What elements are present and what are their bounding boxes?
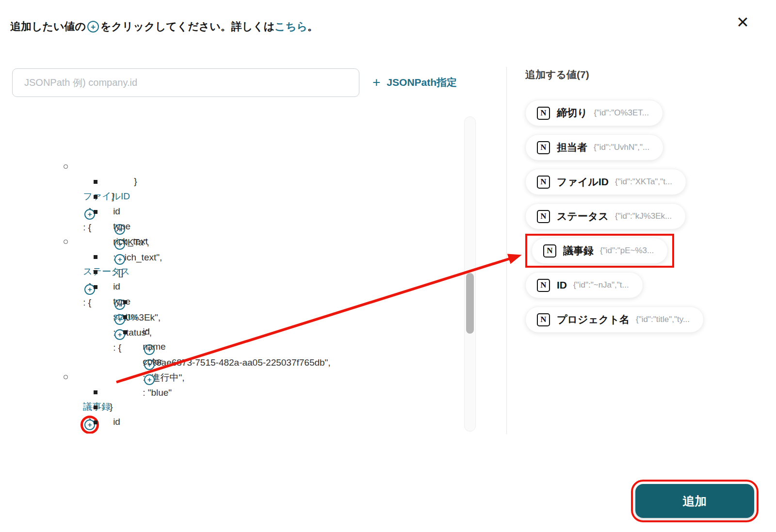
bullet-icon [94, 180, 97, 184]
json-tree-row: id + : "26ae6873-7515-482a-aa05-225037f7… [0, 294, 458, 309]
jsonpath-specify-label: JSONPath指定 [387, 76, 457, 89]
bullet-icon [64, 240, 68, 244]
help-link[interactable]: こちら [275, 19, 307, 34]
chip-label: 締切り [557, 106, 588, 120]
json-tree-row: } [0, 429, 458, 434]
instruction-middle: をクリックしてください。詳しくは [100, 19, 275, 34]
chip-snippet: {"id":"UvhN","... [594, 143, 649, 152]
close-icon[interactable]: ✕ [736, 15, 749, 30]
chip-snippet: {"id":"O%3ET... [594, 108, 649, 118]
instruction-prefix: 追加したい値の [10, 19, 86, 34]
add-button[interactable]: 追加 [635, 484, 754, 518]
notion-icon: N [537, 313, 550, 326]
json-tree-row: rich_text + : [] [0, 414, 458, 429]
chip-label: ファイルID [557, 175, 609, 189]
json-tree-row: 議事録 + { [0, 369, 458, 384]
add-plus-icon: + [87, 21, 99, 32]
chip-list: N 締切り {"id":"O%3ET... N 担当者 {"id":"UvhN"… [525, 100, 704, 333]
json-tree-row: id + : "XKTa", [0, 174, 458, 189]
bullet-icon [94, 390, 97, 394]
notion-icon: N [537, 176, 550, 189]
json-tree: } ] }, ファイルID + : { id + : "XKTa", type … [0, 113, 458, 434]
chip-snippet: {"id":"~nJa","t... [573, 280, 629, 290]
json-tree-row: }, [0, 144, 458, 159]
bullet-icon [94, 285, 97, 289]
json-tree-row: name + : "進行中", [0, 309, 458, 324]
chip-label: プロジェクト名 [557, 313, 630, 326]
chip-snippet: {"id":"pE~%3... [600, 246, 654, 256]
json-tree-row: color + : "blue" [0, 324, 458, 339]
bullet-icon [94, 210, 97, 214]
json-tree-row: }, [0, 354, 458, 369]
json-tree-row: ステータス + : { [0, 234, 458, 249]
panel-divider [506, 67, 507, 434]
chip-highlight-box: N 担当者 {"id":"UvhN","... [525, 134, 663, 161]
chip-highlight-box: N 議事録 {"id":"pE~%3... [525, 234, 674, 268]
selected-value-chip[interactable]: N プロジェクト名 {"id":"title","ty... [525, 306, 704, 333]
instruction-suffix: 。 [307, 19, 318, 34]
bullet-icon [64, 375, 68, 379]
bullet-icon [94, 255, 97, 259]
json-tree-row: type + : "rich_text", [0, 399, 458, 414]
json-tree-row: } [0, 113, 458, 129]
chip-label: 担当者 [557, 141, 587, 154]
selected-value-chip[interactable]: N ステータス {"id":"kJ%3Ek... [525, 203, 686, 229]
panel-title: 追加する値(7) [525, 68, 589, 81]
selected-values-panel: 追加する値(7) N 締切り {"id":"O%3ET... N 担当者 {"i… [525, 68, 704, 333]
notion-icon: N [537, 141, 550, 154]
chip-snippet: {"id":"kJ%3Ek... [615, 211, 672, 221]
chip-highlight-box: N ステータス {"id":"kJ%3Ek... [525, 203, 686, 229]
json-tree-row: } [0, 339, 458, 354]
chip-highlight-box: N ID {"id":"~nJa","t... [525, 272, 643, 298]
jsonpath-specify-button[interactable]: + JSONPath指定 [372, 74, 457, 91]
selected-value-chip[interactable]: N 担当者 {"id":"UvhN","... [525, 134, 663, 161]
chip-snippet: {"id":"XKTa","t... [615, 177, 672, 187]
json-tree-row: ファイルID + : { [0, 159, 458, 174]
notion-icon: N [537, 210, 550, 223]
json-tree-row: rich_text + : [] [0, 204, 458, 219]
json-tree-row: id + : "pE~%3D", [0, 384, 458, 399]
plus-icon: + [372, 75, 380, 90]
notion-icon: N [537, 107, 550, 120]
bullet-icon [94, 270, 97, 274]
json-tree-row: }, [0, 219, 458, 234]
bullet-icon [94, 420, 97, 424]
instruction-text: 追加したい値の + をクリックしてください。詳しくは こちら 。 [10, 19, 318, 34]
bullet-icon [64, 164, 68, 169]
chip-label: ID [557, 279, 567, 291]
bullet-icon [94, 195, 97, 199]
selected-value-chip[interactable]: N ID {"id":"~nJa","t... [525, 272, 643, 298]
bullet-icon [123, 330, 127, 334]
scrollbar-thumb[interactable] [466, 273, 474, 334]
chip-highlight-box: N プロジェクト名 {"id":"title","ty... [525, 306, 704, 333]
chip-snippet: {"id":"title","ty... [636, 315, 690, 324]
chip-label: 議事録 [563, 244, 594, 258]
selected-value-chip[interactable]: N 締切り {"id":"O%3ET... [525, 100, 663, 126]
json-tree-row: status + : { [0, 279, 458, 294]
json-tree-row: type + : "status", [0, 264, 458, 279]
chip-label: ステータス [557, 210, 609, 223]
json-tree-row: ] [0, 129, 458, 144]
chip-highlight-box: N 締切り {"id":"O%3ET... [525, 100, 663, 126]
bullet-icon [123, 315, 127, 319]
selected-value-chip[interactable]: N ファイルID {"id":"XKTa","t... [525, 169, 686, 195]
bullet-icon [94, 405, 97, 409]
jsonpath-picker-modal: 追加したい値の + をクリックしてください。詳しくは こちら 。 ✕ + JSO… [0, 0, 776, 532]
json-tree-row: type + : "rich_text", [0, 189, 458, 204]
scrollbar-track[interactable] [464, 116, 476, 432]
chip-highlight-box: N ファイルID {"id":"XKTa","t... [525, 169, 686, 195]
notion-icon: N [537, 279, 550, 292]
notion-icon: N [543, 244, 556, 258]
bullet-icon [123, 300, 127, 304]
jsonpath-input[interactable] [12, 68, 359, 97]
selected-value-chip[interactable]: N 議事録 {"id":"pE~%3... [532, 238, 668, 264]
json-tree-row: id + : "kJ%3Ek", [0, 249, 458, 264]
